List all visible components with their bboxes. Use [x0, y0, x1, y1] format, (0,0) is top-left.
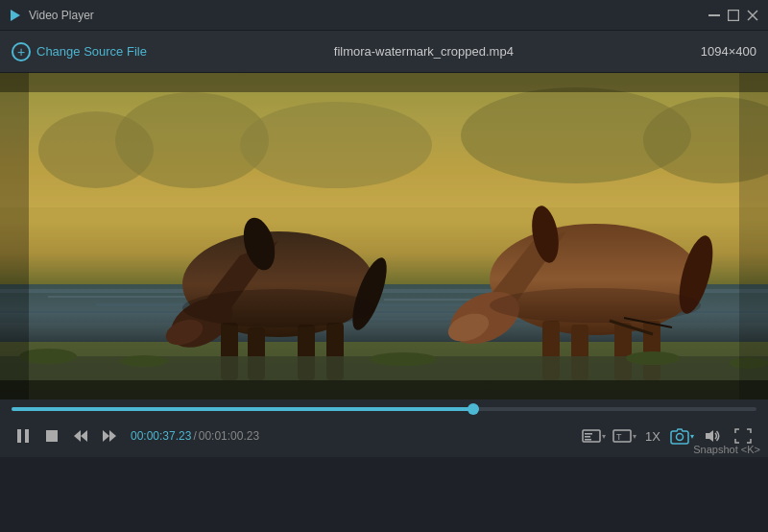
svg-marker-60: [81, 430, 87, 442]
subtitle-dropdown-arrow: ▾: [633, 432, 636, 441]
change-source-label: Change Source File: [36, 44, 147, 59]
svg-rect-1: [708, 14, 720, 16]
svg-point-47: [370, 352, 437, 366]
svg-rect-65: [585, 436, 590, 438]
change-source-button[interactable]: + Change Source File: [12, 42, 147, 61]
snapshot-shortcut-label: Snapshot <K>: [693, 444, 760, 455]
speed-button[interactable]: 1X: [641, 429, 664, 444]
svg-rect-57: [25, 429, 29, 443]
svg-rect-12: [0, 73, 768, 217]
close-button[interactable]: [745, 8, 760, 23]
time-display: 00:00:37.23 / 00:01:00.23: [131, 429, 259, 443]
progress-fill: [12, 407, 473, 411]
pause-button[interactable]: [12, 424, 35, 447]
title-bar-controls: [707, 8, 760, 23]
svg-rect-53: [0, 380, 768, 399]
svg-rect-2: [729, 10, 739, 20]
playback-row: 00:00:37.23 / 00:01:00.23 ▾: [0, 415, 768, 457]
svg-rect-58: [46, 430, 58, 442]
svg-rect-64: [585, 433, 592, 435]
svg-rect-52: [0, 73, 768, 92]
video-player[interactable]: [0, 73, 768, 399]
svg-point-46: [120, 355, 168, 367]
svg-marker-59: [74, 430, 81, 442]
controls-bottom-wrapper: 00:00:37.23 / 00:01:00.23 ▾: [0, 415, 768, 457]
svg-marker-0: [11, 10, 20, 21]
svg-point-32: [182, 289, 374, 327]
snapshot-button[interactable]: ▾: [668, 423, 695, 449]
app-title: Video Player: [29, 9, 94, 22]
filename-display: filmora-watermark_cropped.mp4: [156, 44, 691, 59]
svg-point-43: [490, 288, 701, 323]
progress-thumb: [468, 403, 479, 415]
format-dropdown-arrow: ▾: [602, 432, 606, 441]
minimize-button[interactable]: [707, 8, 722, 23]
add-file-icon: +: [12, 42, 31, 61]
svg-point-69: [676, 434, 683, 441]
resolution-display: 1094×400: [701, 44, 756, 59]
title-bar: Video Player: [0, 0, 768, 31]
controls-bar: 00:00:37.23 / 00:01:00.23 ▾: [0, 399, 768, 457]
progress-track[interactable]: [12, 407, 756, 411]
toolbar: + Change Source File filmora-watermark_c…: [0, 31, 768, 73]
title-bar-left: Video Player: [8, 8, 94, 23]
svg-marker-62: [109, 430, 116, 442]
time-current: 00:00:37.23: [131, 429, 191, 443]
svg-rect-66: [585, 439, 591, 441]
time-total: 00:01:00.23: [199, 429, 259, 443]
subtitle-button[interactable]: T ▾: [611, 423, 637, 449]
format-settings-button[interactable]: ▾: [580, 423, 607, 449]
svg-marker-61: [103, 430, 109, 442]
stop-button[interactable]: [40, 424, 63, 447]
fast-forward-button[interactable]: [98, 424, 121, 447]
app-icon: [8, 8, 23, 23]
svg-rect-50: [0, 73, 29, 399]
svg-marker-70: [706, 430, 713, 442]
svg-rect-51: [739, 73, 768, 399]
maximize-button[interactable]: [726, 8, 741, 23]
svg-text:T: T: [616, 432, 622, 442]
rewind-button[interactable]: [69, 424, 92, 447]
snapshot-dropdown-arrow: ▾: [690, 432, 694, 441]
video-content: [0, 73, 768, 399]
progress-area[interactable]: [0, 399, 768, 415]
svg-point-48: [626, 351, 680, 365]
svg-rect-56: [17, 429, 21, 443]
video-frame: [0, 73, 768, 399]
time-separator: /: [193, 429, 196, 443]
